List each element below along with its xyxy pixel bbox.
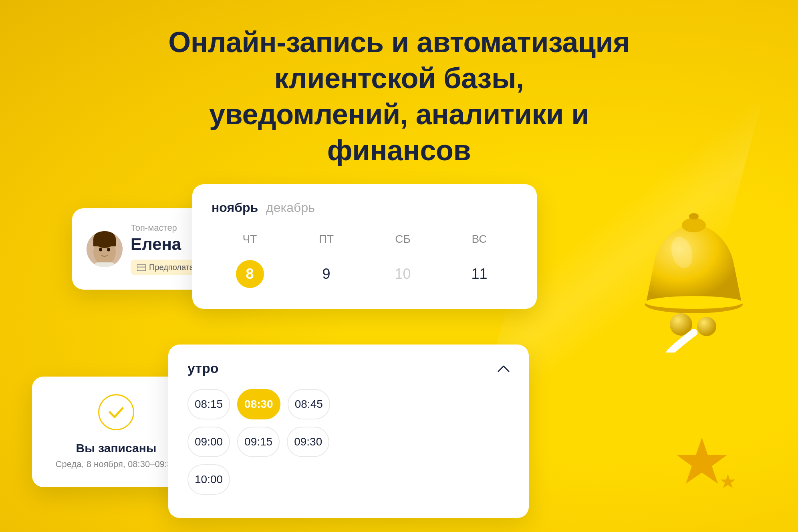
day-11[interactable]: 11	[441, 255, 518, 293]
day-9[interactable]: 9	[288, 255, 365, 293]
chevron-up-icon[interactable]	[498, 365, 510, 372]
headline-line2: уведомлений, аналитики и финансов	[209, 98, 589, 166]
prepay-badge: Предполата	[131, 260, 200, 275]
headline-line1: Онлайн-запись и автоматизация клиентской…	[168, 26, 630, 94]
time-row-3: 10:00	[187, 464, 510, 495]
slot-0915[interactable]: 09:15	[237, 427, 280, 457]
svg-marker-17	[677, 437, 727, 484]
calendar-days-header: ЧТ ПТ СБ ВС	[212, 230, 518, 249]
checkmark-icon	[107, 403, 126, 422]
slot-1000[interactable]: 10:00	[187, 464, 230, 495]
page-content: Онлайн-запись и автоматизация клиентской…	[0, 0, 798, 532]
svg-point-11	[645, 296, 743, 309]
day-label-fri: ПТ	[288, 230, 365, 249]
svg-marker-18	[720, 474, 736, 488]
timeslots-card: утро 08:15 08:30 08:45 09:00 09:15 09:30	[168, 345, 529, 518]
avatar	[87, 231, 123, 267]
calendar-days: 8 9 10 11	[212, 255, 518, 293]
svg-point-4	[99, 248, 102, 251]
time-row-1: 08:15 08:30 08:45	[187, 389, 510, 419]
svg-rect-3	[93, 239, 116, 246]
svg-point-14	[697, 317, 716, 336]
prepay-text: Предполата	[149, 263, 194, 272]
slot-0845[interactable]: 08:45	[288, 389, 330, 419]
cards-area: Топ-мастер Елена Предполата i ноябрь дек…	[0, 184, 798, 532]
day-label-sun: ВС	[441, 230, 518, 249]
svg-point-5	[107, 248, 110, 251]
day-8[interactable]: 8	[212, 255, 288, 293]
confirm-title: Вы записаны	[76, 441, 157, 455]
svg-rect-8	[137, 266, 146, 268]
svg-rect-6	[95, 262, 115, 267]
time-row-2: 09:00 09:15 09:30	[187, 427, 510, 457]
time-period-label: утро	[187, 361, 219, 376]
slot-0815[interactable]: 08:15	[187, 389, 230, 419]
slot-0830[interactable]: 08:30	[237, 389, 280, 419]
slot-0930[interactable]: 09:30	[287, 427, 329, 457]
check-circle	[98, 394, 134, 430]
time-period-header: утро	[187, 361, 510, 376]
day-10: 10	[365, 255, 441, 293]
star-decoration	[662, 435, 742, 497]
month-active: ноябрь	[212, 200, 258, 215]
slot-0900[interactable]: 09:00	[187, 427, 230, 457]
calendar-card: ноябрь декабрь ЧТ ПТ СБ ВС 8 9 10 11	[192, 184, 537, 309]
svg-point-16	[689, 213, 699, 220]
headline-text: Онлайн-запись и автоматизация клиентской…	[139, 24, 659, 168]
card-icon	[137, 264, 146, 271]
calendar-months: ноябрь декабрь	[212, 200, 518, 215]
day-label-thu: ЧТ	[212, 230, 288, 249]
month-inactive: декабрь	[266, 200, 315, 215]
bell-decoration	[622, 208, 766, 353]
headline-section: Онлайн-запись и автоматизация клиентской…	[0, 0, 798, 184]
day-label-sat: СБ	[365, 230, 441, 249]
confirm-subtitle: Среда, 8 ноября, 08:30–09:30	[56, 459, 177, 470]
